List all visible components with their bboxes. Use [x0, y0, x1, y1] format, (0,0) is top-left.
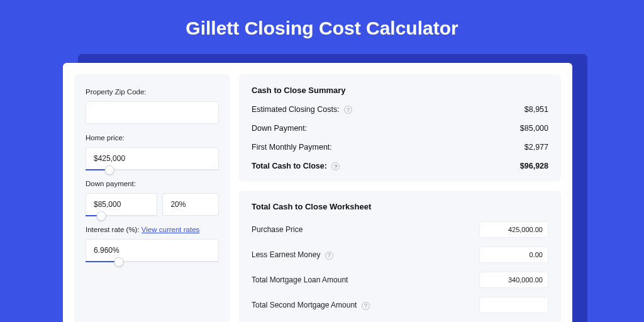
- input-sidebar: Property Zip Code: Home price: Down paym…: [74, 74, 230, 322]
- down-payment-label: Down payment:: [86, 180, 219, 187]
- worksheet-label: Purchase Price: [252, 225, 303, 234]
- worksheet-input-mortgage[interactable]: [479, 272, 548, 288]
- rate-thumb[interactable]: [114, 257, 124, 267]
- results-content: Cash to Close Summary Estimated Closing …: [239, 74, 561, 322]
- help-icon[interactable]: ?: [325, 252, 333, 260]
- summary-value: $2,977: [525, 143, 548, 152]
- summary-total-value: $96,928: [520, 162, 548, 170]
- summary-row-total: Total Cash to Close: ? $96,928: [252, 162, 548, 170]
- interest-rate-group: Interest rate (%): View current rates: [86, 226, 219, 262]
- interest-rate-label: Interest rate (%): View current rates: [86, 226, 219, 233]
- summary-row-first-payment: First Monthly Payment: $2,977: [252, 143, 548, 152]
- summary-row-down-payment: Down Payment: $85,000: [252, 124, 548, 133]
- calculator-card: Property Zip Code: Home price: Down paym…: [63, 63, 572, 322]
- summary-label: Estimated Closing Costs: ?: [252, 105, 352, 114]
- worksheet-row-purchase-price: Purchase Price: [252, 221, 548, 238]
- worksheet-input-purchase-price[interactable]: [479, 221, 548, 238]
- summary-row-closing-costs: Estimated Closing Costs: ? $8,951: [252, 105, 548, 114]
- worksheet-input-second-mortgage[interactable]: [479, 297, 548, 313]
- help-icon[interactable]: ?: [331, 162, 340, 170]
- down-amount-slider-wrap: [86, 193, 157, 216]
- down-percent-input[interactable]: [162, 193, 219, 216]
- summary-label: First Monthly Payment:: [252, 143, 332, 152]
- zip-input[interactable]: [86, 101, 219, 124]
- zip-group: Property Zip Code:: [86, 88, 219, 124]
- worksheet-input-earnest[interactable]: [479, 247, 548, 263]
- worksheet-label: Less Earnest Money ?: [252, 250, 333, 259]
- interest-rate-input[interactable]: [86, 239, 219, 262]
- home-price-thumb[interactable]: [105, 165, 114, 175]
- summary-section: Cash to Close Summary Estimated Closing …: [239, 74, 561, 182]
- summary-total-label-text: Total Cash to Close:: [252, 162, 327, 170]
- worksheet-row-mortgage: Total Mortgage Loan Amount: [252, 272, 548, 288]
- down-amount-input[interactable]: [86, 193, 157, 216]
- help-icon[interactable]: ?: [344, 106, 352, 114]
- worksheet-row-earnest: Less Earnest Money ?: [252, 247, 548, 263]
- view-rates-link[interactable]: View current rates: [142, 226, 199, 233]
- summary-title: Cash to Close Summary: [252, 86, 548, 95]
- worksheet-label-text: Less Earnest Money: [252, 250, 320, 259]
- summary-label: Down Payment:: [252, 124, 307, 133]
- worksheet-label-text: Total Second Mortgage Amount: [252, 301, 357, 309]
- home-price-label: Home price:: [86, 134, 219, 142]
- rate-slider-wrap: [86, 239, 219, 262]
- summary-value: $8,951: [525, 105, 548, 114]
- home-price-slider-wrap: [86, 147, 219, 170]
- summary-value: $85,000: [520, 124, 548, 133]
- zip-label: Property Zip Code:: [86, 88, 219, 96]
- worksheet-row-second-mortgage: Total Second Mortgage Amount ?: [252, 297, 548, 313]
- down-payment-group: Down payment:: [86, 180, 219, 216]
- worksheet-label: Total Mortgage Loan Amount: [252, 275, 348, 284]
- summary-label-text: Estimated Closing Costs:: [252, 105, 340, 114]
- worksheet-section: Total Cash to Close Worksheet Purchase P…: [239, 191, 561, 322]
- summary-total-label: Total Cash to Close: ?: [252, 162, 340, 170]
- worksheet-title: Total Cash to Close Worksheet: [252, 202, 548, 211]
- help-icon[interactable]: ?: [362, 302, 370, 310]
- rate-label-text: Interest rate (%):: [86, 226, 142, 233]
- home-price-group: Home price:: [86, 134, 219, 170]
- page-title: Gillett Closing Cost Calculator: [0, 0, 644, 53]
- down-amount-thumb[interactable]: [97, 211, 106, 221]
- worksheet-label: Total Second Mortgage Amount ?: [252, 301, 370, 309]
